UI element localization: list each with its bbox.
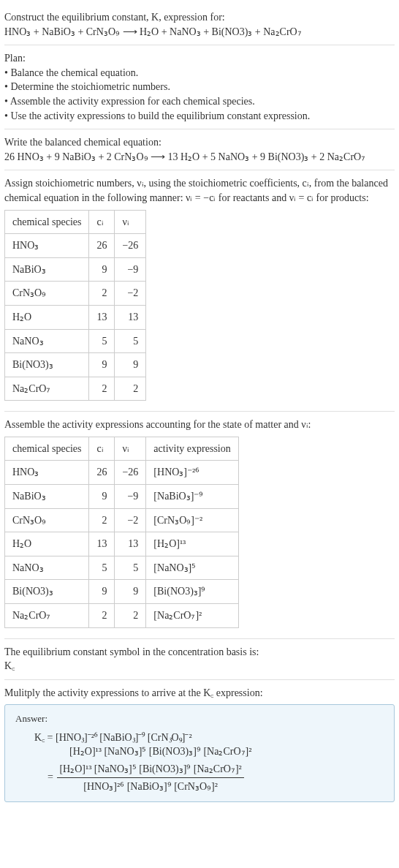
cell-vi: −9 bbox=[115, 485, 146, 509]
table-row: Bi(NO3)₃ 9 9 [Bi(NO3)₃]⁹ bbox=[5, 580, 239, 604]
col-vi: νᵢ bbox=[115, 437, 146, 461]
cell-ci: 26 bbox=[89, 234, 115, 258]
cell-vi: 5 bbox=[115, 556, 146, 580]
balanced-title: Write the balanced chemical equation: bbox=[4, 135, 395, 150]
multiply-block: Mulitply the activity expressions to arr… bbox=[4, 680, 395, 808]
cell-ci: 5 bbox=[89, 329, 115, 353]
plan-item: • Use the activity expressions to build … bbox=[4, 109, 395, 124]
answer-fraction: [H₂O]¹³ [NaNO₃]⁵ [Bi(NO3)₃]⁹ [Na₂CrO₇]² … bbox=[57, 762, 243, 794]
col-vi: νᵢ bbox=[115, 210, 146, 234]
table-row: NaBiO₃ 9 −9 bbox=[5, 257, 146, 282]
cell-ci: 26 bbox=[89, 461, 115, 485]
cell-vi: 9 bbox=[115, 353, 146, 377]
cell-ci: 5 bbox=[89, 556, 115, 580]
cell-vi: −2 bbox=[115, 508, 146, 532]
cell-vi: 9 bbox=[115, 580, 146, 604]
cell-species: CrN₃O₉ bbox=[5, 282, 89, 306]
table-row: H₂O 13 13 [H₂O]¹³ bbox=[5, 532, 239, 556]
fraction-numerator: [H₂O]¹³ [NaNO₃]⁵ [Bi(NO3)₃]⁹ [Na₂CrO₇]² bbox=[57, 762, 243, 779]
cell-ci: 9 bbox=[89, 580, 115, 604]
col-activity: activity expression bbox=[146, 437, 238, 461]
balanced-reaction: 26 HNO₃ + 9 NaBiO₃ + 2 CrN₃O₉ ⟶ 13 H₂O +… bbox=[4, 150, 395, 165]
answer-fraction-line: = [H₂O]¹³ [NaNO₃]⁵ [Bi(NO3)₃]⁹ [Na₂CrO₇]… bbox=[34, 762, 384, 794]
cell-ci: 2 bbox=[89, 508, 115, 532]
answer-line1: K꜀ = [HNO₃]⁻²⁶ [NaBiO₃]⁻⁹ [CrN₃O₉]⁻² bbox=[34, 731, 384, 745]
table-row: NaNO₃ 5 5 [NaNO₃]⁵ bbox=[5, 556, 239, 580]
cell-vi: 13 bbox=[115, 305, 146, 329]
cell-species: H₂O bbox=[5, 532, 89, 556]
table-row: HNO₃ 26 −26 bbox=[5, 234, 146, 258]
table-row: Na₂CrO₇ 2 2 bbox=[5, 377, 146, 401]
table-row: Bi(NO3)₃ 9 9 bbox=[5, 353, 146, 377]
answer-equals: = bbox=[48, 771, 53, 782]
col-species: chemical species bbox=[5, 210, 89, 234]
cell-species: Bi(NO3)₃ bbox=[5, 580, 89, 604]
cell-species: Bi(NO3)₃ bbox=[5, 353, 89, 377]
answer-label: Answer: bbox=[15, 712, 384, 725]
answer-box: Answer: K꜀ = [HNO₃]⁻²⁶ [NaBiO₃]⁻⁹ [CrN₃O… bbox=[4, 704, 395, 802]
cell-species: H₂O bbox=[5, 305, 89, 329]
cell-vi: −9 bbox=[115, 257, 146, 282]
cell-vi: −2 bbox=[115, 282, 146, 306]
plan-item: • Determine the stoichiometric numbers. bbox=[4, 80, 395, 94]
kc-symbol: K꜀ bbox=[4, 659, 395, 673]
table-row: H₂O 13 13 bbox=[5, 305, 146, 329]
cell-vi: 2 bbox=[115, 377, 146, 401]
cell-ci: 2 bbox=[89, 377, 115, 401]
cell-species: CrN₃O₉ bbox=[5, 508, 89, 532]
table-row: CrN₃O₉ 2 −2 [CrN₃O₉]⁻² bbox=[5, 508, 239, 532]
fraction-denominator: [HNO₃]²⁶ [NaBiO₃]⁹ [CrN₃O₉]² bbox=[57, 778, 243, 794]
kc-basis-block: The equilibrium constant symbol in the c… bbox=[4, 639, 395, 680]
col-species: chemical species bbox=[5, 437, 89, 461]
cell-ci: 9 bbox=[89, 485, 115, 509]
cell-vi: 2 bbox=[115, 604, 146, 628]
cell-activity: [Bi(NO3)₃]⁹ bbox=[146, 580, 238, 604]
cell-vi: 5 bbox=[115, 329, 146, 353]
assign-text: Assign stoichiometric numbers, νᵢ, using… bbox=[4, 176, 395, 205]
table-row: CrN₃O₉ 2 −2 bbox=[5, 282, 146, 306]
cell-ci: 2 bbox=[89, 282, 115, 306]
activity-text: Assemble the activity expressions accoun… bbox=[4, 418, 395, 432]
cell-activity: [HNO₃]⁻²⁶ bbox=[146, 461, 238, 485]
table-row: HNO₃ 26 −26 [HNO₃]⁻²⁶ bbox=[5, 461, 239, 485]
table-row: Na₂CrO₇ 2 2 [Na₂CrO₇]² bbox=[5, 604, 239, 628]
question-reaction: HNO₃ + NaBiO₃ + CrN₃O₉ ⟶ H₂O + NaNO₃ + B… bbox=[4, 26, 302, 37]
cell-vi: −26 bbox=[115, 461, 146, 485]
cell-activity: [H₂O]¹³ bbox=[146, 532, 238, 556]
cell-species: Na₂CrO₇ bbox=[5, 377, 89, 401]
plan-block: Plan: • Balance the chemical equation. •… bbox=[4, 45, 395, 129]
cell-ci: 2 bbox=[89, 604, 115, 628]
cell-activity: [Na₂CrO₇]² bbox=[146, 604, 238, 628]
col-ci: cᵢ bbox=[89, 437, 115, 461]
cell-ci: 13 bbox=[89, 532, 115, 556]
col-ci: cᵢ bbox=[89, 210, 115, 234]
cell-activity: [NaBiO₃]⁻⁹ bbox=[146, 485, 238, 509]
table-row: NaNO₃ 5 5 bbox=[5, 329, 146, 353]
cell-ci: 9 bbox=[89, 353, 115, 377]
table-row: NaBiO₃ 9 −9 [NaBiO₃]⁻⁹ bbox=[5, 485, 239, 509]
cell-species: NaBiO₃ bbox=[5, 257, 89, 282]
cell-ci: 9 bbox=[89, 257, 115, 282]
cell-species: HNO₃ bbox=[5, 461, 89, 485]
cell-species: NaBiO₃ bbox=[5, 485, 89, 509]
cell-activity: [CrN₃O₉]⁻² bbox=[146, 508, 238, 532]
kc-basis-text: The equilibrium constant symbol in the c… bbox=[4, 645, 395, 660]
answer-line2: [H₂O]¹³ [NaNO₃]⁵ [Bi(NO3)₃]⁹ [Na₂CrO₇]² bbox=[69, 744, 384, 759]
stoich-table: chemical species cᵢ νᵢ HNO₃ 26 −26 NaBiO… bbox=[4, 210, 146, 401]
balanced-block: Write the balanced chemical equation: 26… bbox=[4, 129, 395, 170]
cell-species: NaNO₃ bbox=[5, 329, 89, 353]
plan-item: • Balance the chemical equation. bbox=[4, 66, 395, 80]
cell-species: Na₂CrO₇ bbox=[5, 604, 89, 628]
cell-vi: −26 bbox=[115, 234, 146, 258]
assign-block: Assign stoichiometric numbers, νᵢ, using… bbox=[4, 170, 395, 412]
question-block: Construct the equilibrium constant, K, e… bbox=[4, 4, 395, 45]
activity-table: chemical species cᵢ νᵢ activity expressi… bbox=[4, 437, 239, 628]
plan-title: Plan: bbox=[4, 51, 395, 66]
cell-activity: [NaNO₃]⁵ bbox=[146, 556, 238, 580]
cell-species: HNO₃ bbox=[5, 234, 89, 258]
multiply-text: Mulitply the activity expressions to arr… bbox=[4, 686, 395, 701]
table-header-row: chemical species cᵢ νᵢ activity expressi… bbox=[5, 437, 239, 461]
cell-ci: 13 bbox=[89, 305, 115, 329]
question-title: Construct the equilibrium constant, K, e… bbox=[4, 10, 395, 39]
plan-item: • Assemble the activity expression for e… bbox=[4, 94, 395, 109]
